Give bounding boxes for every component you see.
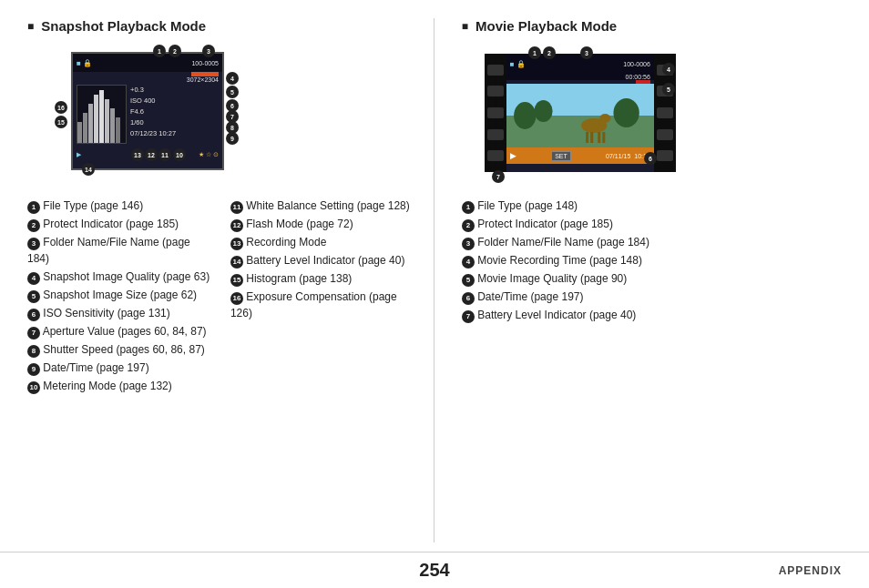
snap-datetime: 07/12/23 10:27 [130,128,219,139]
snap-item-5: 5 Snapshot Image Size (page 62) [27,287,212,303]
svg-rect-6 [110,108,115,143]
svg-rect-15 [586,132,588,143]
snap-callout-3: 3 [202,45,215,57]
movie-section-title: Movie Playback Mode [462,18,842,34]
snap-callout-11: 11 [158,148,171,161]
svg-rect-7 [116,117,120,143]
snap-callout-16: 16 [55,101,67,114]
page-container: Snapshot Playback Mode ■ 🔒 [0,0,869,588]
snap-item-7: 7 Aperture Value (pages 60, 84, 87) [27,323,212,340]
movie-item-4: 4 Movie Recording Time (page 148) [462,252,842,269]
movie-item-3: 3 Folder Name/File Name (page 184) [462,234,842,250]
snap-callout-1: 1 [153,45,166,57]
movie-callout-5: 5 [662,83,675,96]
snap-item-16: 16 Exposure Compensation (page 126) [230,289,415,321]
snap-callout-10: 10 [173,148,186,161]
snap-callout-14: 14 [82,163,95,176]
snap-callout-5: 5 [226,86,239,98]
movie-item-2: 2 Protect Indicator (page 185) [462,216,842,232]
snap-item-9: 9 Date/Time (page 197) [27,360,212,376]
snap-item-15: 15 Histogram (page 138) [230,270,415,287]
movie-desc-list: 1 File Type (page 148) 2 Protect Indicat… [462,198,842,323]
main-content: Snapshot Playback Mode ■ 🔒 [0,0,869,552]
snap-iso: ISO 400 [130,96,219,106]
svg-rect-2 [88,104,93,143]
movie-callout-7: 7 [492,170,505,183]
snap-callout-2: 2 [169,45,181,57]
snapshot-section-title: Snapshot Playback Mode [27,18,415,34]
svg-rect-18 [602,132,605,143]
snap-item-13: 13 Recording Mode [230,234,415,250]
snapshot-col-right: 11 White Balance Setting (page 128) 12 F… [230,198,415,396]
svg-rect-0 [77,122,82,143]
svg-rect-4 [99,90,104,143]
page-number: 254 [419,560,449,581]
movie-folder: 100-0006 [623,61,650,67]
movie-item-6: 6 Date/Time (page 197) [462,289,842,305]
snapshot-diagram: ■ 🔒 100-0005 3072×2304 [55,45,237,181]
movie-callout-1: 1 [528,46,541,59]
svg-rect-16 [590,132,593,143]
movie-item-5: 5 Movie Image Quality (page 90) [462,270,842,287]
appendix-label: APPENDIX [779,564,842,577]
snapshot-col-left: 1 File Type (page 146) 2 Protect Indicat… [27,198,212,396]
svg-rect-3 [94,95,98,143]
movie-time: 00:00:56 [506,74,654,80]
snap-ev: +0.3 [130,85,219,96]
movie-callout-4: 4 [662,63,675,76]
svg-rect-5 [105,99,109,143]
snap-item-14: 14 Battery Level Indicator (page 40) [230,252,415,269]
movie-item-1: 1 File Type (page 148) [462,198,842,214]
right-panel: Movie Playback Mode [434,18,842,542]
snap-item-6: 6 ISO Sensitivity (page 131) [27,305,212,321]
snap-item-10: 10 Metering Mode (page 132) [27,378,212,394]
svg-point-10 [514,102,536,129]
snap-item-1: 1 File Type (page 146) [27,198,212,214]
snap-item-12: 12 Flash Mode (page 72) [230,216,415,232]
snap-aperture: F4.6 [130,106,219,117]
snap-size: 3072×2304 [73,76,222,83]
svg-point-12 [613,98,639,127]
svg-rect-17 [598,132,600,143]
snap-callout-15: 15 [55,116,67,128]
snapshot-diagram-container: ■ 🔒 100-0005 3072×2304 [27,45,415,190]
snap-item-2: 2 Protect Indicator (page 185) [27,216,212,232]
movie-set-btn[interactable]: SET [551,151,571,161]
snap-folder: 100-0005 [191,60,219,66]
snap-item-11: 11 White Balance Setting (page 128) [230,198,415,214]
movie-diagram-container: ■ 🔒 100-0006 00:00:56 [462,45,842,190]
snap-callout-13: 13 [131,148,144,161]
snap-item-4: 4 Snapshot Image Quality (page 63) [27,269,212,285]
snap-callout-9: 9 [226,132,239,145]
snap-callout-12: 12 [145,148,158,161]
svg-point-14 [599,114,610,123]
movie-date: 07/11/15 [606,153,630,159]
movie-callout-6: 6 [644,152,657,165]
snap-item-3: 3 Folder Name/File Name (page 184) [27,234,212,267]
left-panel: Snapshot Playback Mode ■ 🔒 [27,18,434,542]
movie-item-7: 7 Battery Level Indicator (page 40) [462,307,842,323]
movie-callout-2: 2 [543,46,556,59]
movie-callout-3: 3 [580,46,593,59]
snap-callout-4: 4 [226,72,239,85]
snap-shutter: 1/60 [130,117,219,128]
snapshot-desc-list: 1 File Type (page 146) 2 Protect Indicat… [27,198,415,396]
svg-rect-1 [83,113,87,143]
svg-point-11 [534,100,552,122]
movie-diagram: ■ 🔒 100-0006 00:00:56 [475,45,694,186]
snap-item-8: 8 Shutter Speed (pages 60, 86, 87) [27,341,212,358]
footer: 254 APPENDIX [0,552,869,588]
